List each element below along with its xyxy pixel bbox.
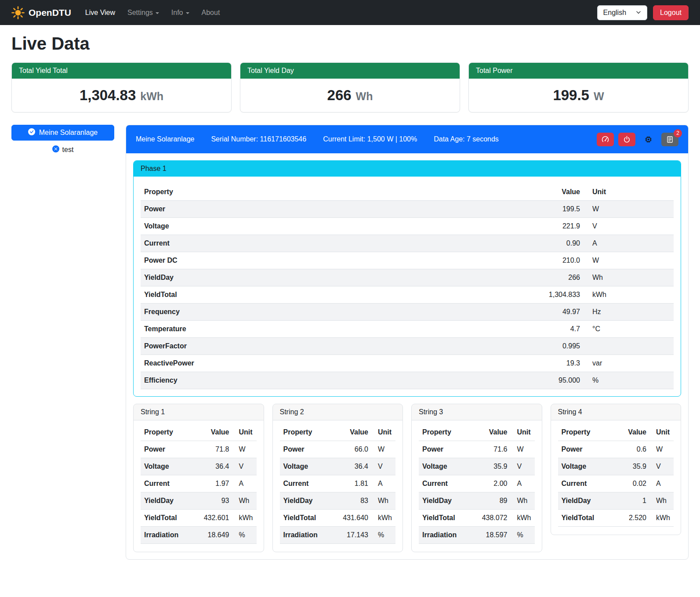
summary-cards-row: Total Yield Total 1,304.83 kWh Total Yie… xyxy=(11,62,689,112)
language-select-value: English xyxy=(603,9,626,17)
device-info-button[interactable] xyxy=(640,133,657,146)
column-header-value: Value xyxy=(618,424,650,441)
cell-property: YieldDay xyxy=(141,269,518,286)
nav-item-live-view[interactable]: Live View xyxy=(79,5,121,21)
cell-unit: kWh xyxy=(511,510,535,527)
summary-card-total-yield-day: Total Yield Day 266 Wh xyxy=(240,62,460,112)
nav-item-settings[interactable]: Settings xyxy=(121,5,165,21)
cell-property: YieldDay xyxy=(280,492,340,510)
cell-property: Irradiation xyxy=(141,527,200,544)
cell-value: 0.02 xyxy=(618,475,650,492)
table-row: Voltage35.9V xyxy=(419,458,535,475)
event-count-badge: 2 xyxy=(674,129,682,137)
nav-item-label: Live View xyxy=(85,9,115,16)
string-table: Property Value Unit Power0.6WVoltage35.9… xyxy=(558,424,674,527)
string-1-card: String 1 Property Value Unit xyxy=(133,404,264,552)
cell-unit: % xyxy=(511,527,535,544)
table-row: Current0.90A xyxy=(141,235,674,252)
inverter-select-button[interactable]: Meine Solaranlage xyxy=(11,125,114,141)
cell-value: 93 xyxy=(200,492,233,510)
inverter-data-age: Data Age: 7 seconds xyxy=(434,135,499,143)
cell-unit: A xyxy=(233,475,257,492)
table-header-row: Property Value Unit xyxy=(141,184,674,201)
cell-value: 17.143 xyxy=(339,527,372,544)
string-table: Property Value Unit Power66.0WVoltage36.… xyxy=(280,424,396,544)
nav-item-info[interactable]: Info xyxy=(165,5,196,21)
cell-value: 35.9 xyxy=(618,458,650,475)
cell-property: Irradiation xyxy=(419,527,479,544)
cell-unit: var xyxy=(584,355,674,372)
cell-unit: A xyxy=(372,475,395,492)
page-title: Live Data xyxy=(11,34,689,54)
column-header-unit: Unit xyxy=(650,424,674,441)
strings-row: String 1 Property Value Unit xyxy=(133,404,681,552)
cell-value: 71.8 xyxy=(200,441,233,458)
limit-settings-button[interactable] xyxy=(597,133,614,146)
column-header-value: Value xyxy=(479,424,511,441)
string-card-body: Property Value Unit Power71.8WVoltage36.… xyxy=(134,420,264,552)
cell-unit xyxy=(584,338,674,355)
cell-value: 95.000 xyxy=(518,372,584,389)
column-header-property: Property xyxy=(280,424,340,441)
table-row: Irradiation18.597% xyxy=(419,527,535,544)
journal-icon xyxy=(666,136,674,143)
brand[interactable]: OpenDTU xyxy=(11,6,71,19)
cell-value: 36.4 xyxy=(200,458,233,475)
table-header-row: Property Value Unit xyxy=(419,424,535,441)
brand-label: OpenDTU xyxy=(29,7,71,18)
summary-card-total-power: Total Power 199.5 W xyxy=(468,62,689,112)
table-row: Current1.97A xyxy=(141,475,257,492)
table-row: YieldDay1Wh xyxy=(558,492,674,510)
event-log-button[interactable]: 2 xyxy=(661,133,678,146)
cell-property: YieldTotal xyxy=(141,286,518,304)
cell-unit: W xyxy=(650,441,674,458)
cell-unit: V xyxy=(372,458,395,475)
top-navbar: OpenDTU Live View Settings Info About En… xyxy=(0,0,700,25)
content-row: Meine Solaranlage test Meine Solaranlage… xyxy=(11,125,689,573)
cell-value: 1.81 xyxy=(339,475,372,492)
table-row: Power71.6W xyxy=(419,441,535,458)
cell-value: 1,304.833 xyxy=(518,286,584,304)
cell-value: 438.072 xyxy=(479,510,511,527)
inverter-item-test[interactable]: test xyxy=(11,145,114,154)
cell-unit: V xyxy=(650,458,674,475)
cell-property: YieldDay xyxy=(141,492,200,510)
phase-card-title: Phase 1 xyxy=(134,161,681,177)
cell-unit: kWh xyxy=(650,510,674,527)
summary-card-value: 266 xyxy=(327,87,352,104)
nav-item-label: About xyxy=(202,9,220,16)
cell-unit: % xyxy=(233,527,257,544)
table-row: Power0.6W xyxy=(558,441,674,458)
cell-unit: W xyxy=(584,201,674,218)
cell-property: Power xyxy=(419,441,479,458)
cell-value: 432.601 xyxy=(200,510,233,527)
column-header-property: Property xyxy=(141,184,518,201)
summary-card-value: 1,304.83 xyxy=(80,87,136,104)
inverter-panel-body: Phase 1 Property Value Unit Power199.5WV… xyxy=(126,153,688,559)
nav-item-about[interactable]: About xyxy=(196,5,226,21)
logout-button[interactable]: Logout xyxy=(653,5,689,20)
table-row: PowerFactor0.995 xyxy=(141,338,674,355)
power-toggle-button[interactable] xyxy=(618,133,635,146)
cell-property: ReactivePower xyxy=(141,355,518,372)
cell-unit: A xyxy=(650,475,674,492)
summary-card-unit: W xyxy=(594,90,604,103)
cell-property: YieldTotal xyxy=(558,510,619,527)
cell-value: 266 xyxy=(518,269,584,286)
language-select[interactable]: English xyxy=(597,5,647,20)
cell-unit: Hz xyxy=(584,304,674,321)
table-row: YieldDay266Wh xyxy=(141,269,674,286)
cell-property: Voltage xyxy=(419,458,479,475)
cell-property: Current xyxy=(280,475,340,492)
column-header-property: Property xyxy=(558,424,619,441)
column-header-value: Value xyxy=(200,424,233,441)
cell-property: Voltage xyxy=(558,458,619,475)
phase-table-body: Power199.5WVoltage221.9VCurrent0.90APowe… xyxy=(141,201,674,389)
check-circle-icon xyxy=(28,128,35,137)
summary-card-unit: Wh xyxy=(356,90,373,103)
string-table-body: Power71.8WVoltage36.4VCurrent1.97AYieldD… xyxy=(141,441,257,544)
table-row: Irradiation17.143% xyxy=(280,527,396,544)
cell-value: 71.6 xyxy=(479,441,511,458)
cell-value: 19.3 xyxy=(518,355,584,372)
summary-card-title: Total Power xyxy=(469,63,688,79)
